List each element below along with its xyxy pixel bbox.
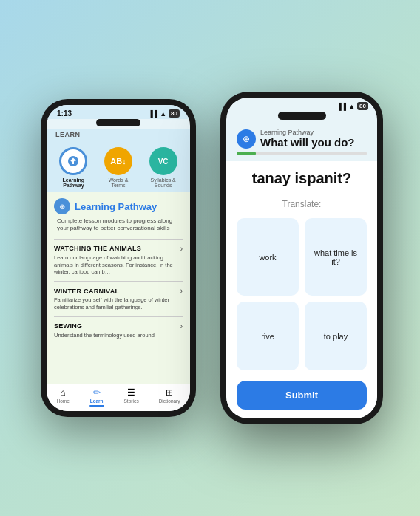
wifi-icon-left: ▲ [160,110,166,118]
lesson-carnival-title: WINTER CARNIVAL [54,288,119,295]
nav-stories[interactable]: ☰ Stories [124,387,139,407]
nav-label-stories: Stories [124,398,139,404]
chevron-sewing: › [180,322,183,330]
home-icon: ⌂ [60,387,65,398]
signal-right: ▐▐ [336,103,346,110]
nav-label-dictionary: Dictionary [159,398,180,404]
dynamic-island-left [96,119,140,126]
quiz-top: ⊕ Learning Pathway What will you do? [237,129,367,149]
answer-rive[interactable]: rive [237,302,299,370]
lesson-sewing-row: SEWING › [54,322,183,330]
phone-left: 1:13 ▐▐ ▲ 80 LEARN LearningPathway AB↓ W… [41,99,196,417]
answer-to-play[interactable]: to play [305,302,367,370]
nav-home[interactable]: ⌂ Home [56,387,69,407]
phone-left-screen: 1:13 ▐▐ ▲ 80 LEARN LearningPathway AB↓ W… [47,105,190,411]
tab-learning-pathway[interactable]: LearningPathway [59,147,87,188]
answer-what-time[interactable]: what time is it? [305,218,367,296]
lesson-watching-desc: Learn our language of watching and track… [54,254,183,276]
progress-bar-fill [237,152,256,155]
answer-work[interactable]: work [237,218,299,296]
signal-icon-left: ▐▐ [148,110,158,118]
dictionary-icon: ⊞ [166,387,173,398]
phone-right-screen: ▐▐ ▲ 80 ⊕ Learning Pathway What will you… [226,98,377,418]
lesson-sewing-title: SEWING [54,322,82,330]
pathway-section-icon: ⊕ [54,198,70,214]
screen-content: ⊕ Learning Pathway Complete lesson modul… [47,192,190,384]
lesson-carnival-desc: Familiarize yourself with the language o… [54,296,183,311]
pathway-section-title: Learning Pathway [75,201,157,212]
learning-pathway-icon [59,147,87,175]
pathway-header: ⊕ Learning Pathway [54,198,183,214]
nav-learn[interactable]: ✏ Learn [89,387,104,407]
tab-label-syllabics: Syllabics &Sounds [151,177,176,188]
quiz-header: ⊕ Learning Pathway What will you do? [226,124,377,161]
tab-row: LearningPathway AB↓ Words &Terms VC Syll… [47,143,190,192]
answer-grid: work what time is it? rive to play [237,218,367,370]
quiz-pathway-info: Learning Pathway What will you do? [260,129,355,149]
tab-label-pathway: LearningPathway [63,177,85,188]
pathway-desc: Complete lesson modules to progress alon… [54,217,183,233]
quiz-translate-label: Translate: [237,199,367,209]
dynamic-island-right [278,112,326,120]
lesson-watching-row: WATCHING THE ANIMALS › [54,245,183,253]
status-icons-left: ▐▐ ▲ 80 [148,109,180,118]
tab-words-terms[interactable]: AB↓ Words &Terms [104,147,132,188]
chevron-watching: › [180,245,183,253]
battery-right: 80 [357,102,368,110]
nav-label-home: Home [56,398,69,404]
battery-left: 80 [169,109,180,118]
quiz-word: tanay ispanit? [237,170,367,187]
lesson-watching-title: WATCHING THE ANIMALS [54,245,141,252]
status-bar-left: 1:13 ▐▐ ▲ 80 [47,105,190,119]
chevron-carnival: › [180,287,183,295]
quiz-question-title: What will you do? [260,136,355,149]
nav-underline [89,405,104,407]
tab-syllabics[interactable]: VC Syllabics &Sounds [149,147,177,188]
stories-icon: ☰ [127,387,135,398]
phone-right: ▐▐ ▲ 80 ⊕ Learning Pathway What will you… [220,92,383,424]
submit-button[interactable]: Submit [237,381,367,410]
lesson-winter-carnival[interactable]: WINTER CARNIVAL › Familiarize yourself w… [54,281,183,316]
progress-bar-container [237,152,367,155]
lesson-sewing-desc: Understand the terminology used around [54,332,183,339]
lesson-sewing[interactable]: SEWING › Understand the terminology used… [54,316,183,344]
words-terms-icon: AB↓ [104,147,132,175]
syllabics-icon: VC [149,147,177,175]
nav-dictionary[interactable]: ⊞ Dictionary [159,387,180,407]
nav-label-learn: Learn [90,398,104,404]
learn-header: LEARN [47,129,190,143]
learn-icon: ✏ [93,387,101,398]
tab-label-words: Words &Terms [109,177,129,188]
bottom-nav: ⌂ Home ✏ Learn ☰ Stories ⊞ Dictionary [47,384,190,411]
status-bar-right: ▐▐ ▲ 80 [226,98,377,112]
quiz-body: tanay ispanit? Translate: work what time… [226,161,377,418]
time-left: 1:13 [57,109,72,118]
lesson-watching[interactable]: WATCHING THE ANIMALS › Learn our languag… [54,239,183,281]
lesson-carnival-row: WINTER CARNIVAL › [54,287,183,295]
quiz-pathway-label: Learning Pathway [260,129,355,136]
wifi-right: ▲ [348,103,355,110]
quiz-pathway-icon: ⊕ [237,129,256,149]
